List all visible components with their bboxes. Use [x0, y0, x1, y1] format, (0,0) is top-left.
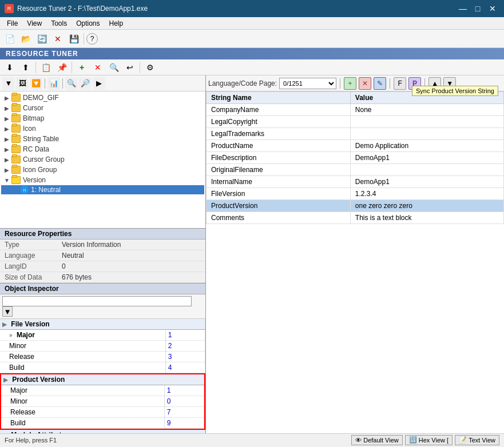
save-button[interactable]: 💾 — [66, 31, 81, 46]
prod-major-value[interactable]: 1 — [164, 385, 204, 396]
up-arrow-btn[interactable]: ⬆ — [18, 60, 33, 75]
tree-item-cursor[interactable]: ▶ Cursor — [1, 103, 204, 113]
add-btn2[interactable]: + — [74, 60, 89, 75]
tree-item-icon-group[interactable]: ▶ Icon Group — [1, 165, 204, 175]
tree-item-version[interactable]: ▼ Version — [1, 175, 204, 185]
major-expand[interactable]: » — [9, 332, 13, 338]
tree-item-rc-data[interactable]: ▶ RC Data — [1, 144, 204, 154]
menu-help[interactable]: Help — [105, 18, 128, 29]
table-row[interactable]: LegalCopyright — [207, 116, 504, 128]
string-data-table: String Name Value CompanyNameNoneLegalCo… — [206, 91, 504, 224]
tree-view[interactable]: ▶ DEMO_GIF ▶ Cursor ▶ Bitmap ▶ Icon ▶ — [0, 91, 205, 228]
file-version-expand[interactable]: ▶ — [2, 321, 7, 328]
expand-cursor-group[interactable]: ▶ — [2, 155, 11, 164]
expand-rc-data[interactable]: ▶ — [2, 145, 11, 154]
tree-filter[interactable]: 🔽 — [30, 77, 42, 90]
prod-build-row: Build 9 — [1, 418, 204, 429]
inspector-scroll-area[interactable]: ▶ File Version » Major 1 Minor — [0, 319, 205, 433]
inspector-search-input[interactable] — [2, 296, 192, 306]
table-row[interactable]: CompanyNameNone — [207, 104, 504, 116]
open-button[interactable]: 📂 — [18, 31, 33, 46]
module-attributes-expand[interactable]: ▶ — [2, 432, 7, 433]
expand-icon-group[interactable]: ▶ — [2, 165, 11, 174]
tree-btn1[interactable]: ▼ — [2, 77, 15, 90]
tree-play[interactable]: ▶ — [93, 77, 105, 90]
main-content: ▼ 🖼 🔽 📊 🔍 🔎 ▶ ▶ DEMO_GIF ▶ Cursor — [0, 75, 504, 433]
new-button[interactable]: 📄 — [2, 31, 17, 46]
hex-view-button[interactable]: 🔢 Hex View [ — [405, 435, 453, 445]
prod-build-value[interactable]: 9 — [164, 418, 204, 429]
expand-string-table[interactable]: ▶ — [2, 134, 11, 143]
module-attributes-section: ▶ Module Attributes — [0, 430, 205, 433]
table-row[interactable]: FileDescriptionDemoApp1 — [207, 152, 504, 164]
string-value-cell — [350, 116, 503, 128]
string-table[interactable]: String Name Value CompanyNameNoneLegalCo… — [206, 91, 504, 433]
tree-item-icon[interactable]: ▶ Icon — [1, 123, 204, 134]
table-row[interactable]: OriginalFilename — [207, 164, 504, 176]
table-row[interactable]: FileVersion1.2.3.4 — [207, 188, 504, 200]
menu-options[interactable]: Options — [72, 18, 104, 29]
expand-bitmap[interactable]: ▶ — [2, 114, 11, 123]
table-row[interactable]: ProductVersionone zero zero zero — [207, 200, 504, 212]
file-major-value[interactable]: 1 — [165, 330, 205, 341]
table-row[interactable]: ProductNameDemo Application — [207, 140, 504, 152]
string-value-cell: DemoApp1 — [350, 176, 503, 188]
scan-btn[interactable]: 🔍 — [106, 60, 121, 75]
tree-item-version-1[interactable]: n 1: Neutral — [1, 185, 204, 194]
expand-icon[interactable]: ▶ — [2, 124, 11, 133]
tree-search2[interactable]: 🔎 — [79, 77, 92, 90]
minimize-button[interactable]: — — [456, 3, 470, 14]
copy-btn[interactable]: 📋 — [38, 60, 53, 75]
menu-file[interactable]: File — [2, 18, 22, 29]
table-row[interactable]: CommentsThis is a text block — [207, 212, 504, 224]
menu-view[interactable]: View — [22, 18, 46, 29]
prop-key-language: Language — [0, 250, 57, 261]
file-minor-value[interactable]: 2 — [165, 341, 205, 352]
add-string-button[interactable]: + — [344, 77, 356, 90]
refresh-button[interactable]: 🔄 — [34, 31, 49, 46]
expand-cursor[interactable]: ▶ — [2, 103, 11, 113]
prop-key-type: Type — [0, 240, 57, 250]
settings-btn[interactable]: ⚙ — [142, 60, 157, 75]
delete-string-button[interactable]: ✕ — [359, 77, 371, 90]
tree-search[interactable]: 🔍 — [65, 77, 78, 90]
down-arrow-btn[interactable]: ⬇ — [2, 60, 17, 75]
prop-row-langid: LangID 0 — [0, 261, 205, 272]
stop-button[interactable]: ✕ — [50, 31, 65, 46]
default-view-button[interactable]: 👁 Default View — [351, 435, 403, 445]
edit-string-button[interactable]: ✎ — [374, 77, 386, 90]
prod-major-key: Major — [1, 385, 164, 396]
folder-icon-version — [11, 176, 21, 184]
table-row[interactable]: LegalTrademarks — [207, 128, 504, 140]
prop-val-type: Version Information — [57, 240, 205, 250]
tree-item-cursor-group[interactable]: ▶ Cursor Group — [1, 154, 204, 165]
file-build-value[interactable]: 4 — [165, 362, 205, 373]
del-btn2[interactable]: ✕ — [90, 60, 105, 75]
flag-f-button[interactable]: F — [394, 77, 406, 90]
string-value-cell — [350, 164, 503, 176]
file-release-value[interactable]: 3 — [165, 352, 205, 362]
paste-btn[interactable]: 📌 — [54, 60, 69, 75]
table-row[interactable]: InternalNameDemoApp1 — [207, 176, 504, 188]
expand-version[interactable]: ▼ — [2, 175, 11, 185]
prod-minor-value[interactable]: 0 — [164, 396, 204, 407]
lang-code-select[interactable]: 0/1251 — [279, 78, 336, 89]
prod-release-value[interactable]: 7 — [164, 407, 204, 418]
tree-props[interactable]: 📊 — [47, 77, 60, 90]
tree-item-string-table[interactable]: ▶ String Table — [1, 134, 204, 144]
tree-btn2[interactable]: 🖼 — [16, 77, 29, 90]
tree-item-demo-gif[interactable]: ▶ DEMO_GIF — [1, 93, 204, 103]
close-button[interactable]: ✕ — [486, 3, 499, 14]
help-button[interactable]: ? — [86, 33, 98, 45]
undo-btn[interactable]: ↩ — [122, 60, 137, 75]
tree-label-string-table: String Table — [23, 135, 59, 143]
tree-item-bitmap[interactable]: ▶ Bitmap — [1, 113, 204, 123]
menu-tools[interactable]: Tools — [46, 18, 72, 29]
expand-demo-gif[interactable]: ▶ — [2, 93, 11, 102]
default-view-label: Default View — [363, 437, 399, 444]
maximize-button[interactable]: □ — [471, 3, 485, 14]
product-version-expand[interactable]: ▶ — [3, 377, 8, 383]
string-value-cell: None — [350, 104, 503, 116]
text-view-button[interactable]: 📝 Text View — [455, 435, 499, 445]
inspector-search-dropdown[interactable]: ▼ — [2, 306, 13, 317]
